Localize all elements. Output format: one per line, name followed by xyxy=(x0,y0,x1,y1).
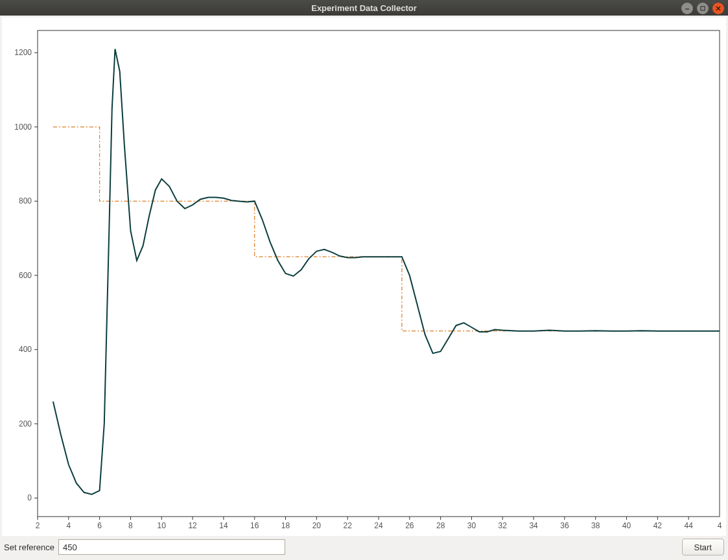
svg-rect-4 xyxy=(38,30,720,517)
svg-rect-1 xyxy=(701,6,705,10)
svg-text:38: 38 xyxy=(591,521,600,530)
window-controls xyxy=(681,3,724,14)
svg-text:34: 34 xyxy=(529,521,538,530)
svg-text:0: 0 xyxy=(27,493,32,502)
svg-text:30: 30 xyxy=(467,521,476,530)
svg-text:6: 6 xyxy=(97,521,102,530)
reference-label: Set reference xyxy=(4,542,54,552)
bottom-toolbar: Set reference Start xyxy=(0,538,728,560)
svg-text:1000: 1000 xyxy=(14,122,32,132)
svg-text:42: 42 xyxy=(653,521,663,530)
svg-text:32: 32 xyxy=(499,521,508,530)
chart-canvas: 2468101214161820222426283032343638404244… xyxy=(2,18,726,536)
titlebar: Experiment Data Collector xyxy=(0,0,728,16)
svg-text:18: 18 xyxy=(281,521,290,530)
svg-text:16: 16 xyxy=(250,521,259,530)
svg-text:1200: 1200 xyxy=(14,48,32,57)
svg-text:28: 28 xyxy=(436,521,445,530)
minimize-icon[interactable] xyxy=(681,3,693,14)
svg-text:12: 12 xyxy=(188,521,197,530)
svg-text:4: 4 xyxy=(718,521,722,530)
reference-input[interactable] xyxy=(58,539,285,555)
svg-text:26: 26 xyxy=(405,521,414,530)
svg-text:200: 200 xyxy=(19,419,32,428)
content-area: 2468101214161820222426283032343638404244… xyxy=(0,16,728,560)
svg-text:10: 10 xyxy=(158,521,167,530)
svg-text:600: 600 xyxy=(19,271,32,280)
plot-area: 2468101214161820222426283032343638404244… xyxy=(2,18,726,536)
svg-text:8: 8 xyxy=(128,521,133,530)
app-window: Experiment Data Collector 24681012141618… xyxy=(0,0,728,560)
svg-text:400: 400 xyxy=(19,345,32,354)
window-title: Experiment Data Collector xyxy=(0,3,728,13)
svg-text:22: 22 xyxy=(344,521,353,530)
svg-text:800: 800 xyxy=(19,196,32,205)
svg-text:14: 14 xyxy=(219,521,228,530)
svg-text:36: 36 xyxy=(560,521,569,530)
start-button[interactable]: Start xyxy=(682,539,724,555)
close-icon[interactable] xyxy=(712,3,724,14)
svg-text:24: 24 xyxy=(374,521,383,530)
svg-text:2: 2 xyxy=(36,521,40,530)
svg-text:20: 20 xyxy=(312,521,322,530)
maximize-icon[interactable] xyxy=(697,3,709,14)
svg-text:4: 4 xyxy=(66,521,71,530)
svg-text:40: 40 xyxy=(622,521,631,530)
svg-text:44: 44 xyxy=(685,521,694,530)
